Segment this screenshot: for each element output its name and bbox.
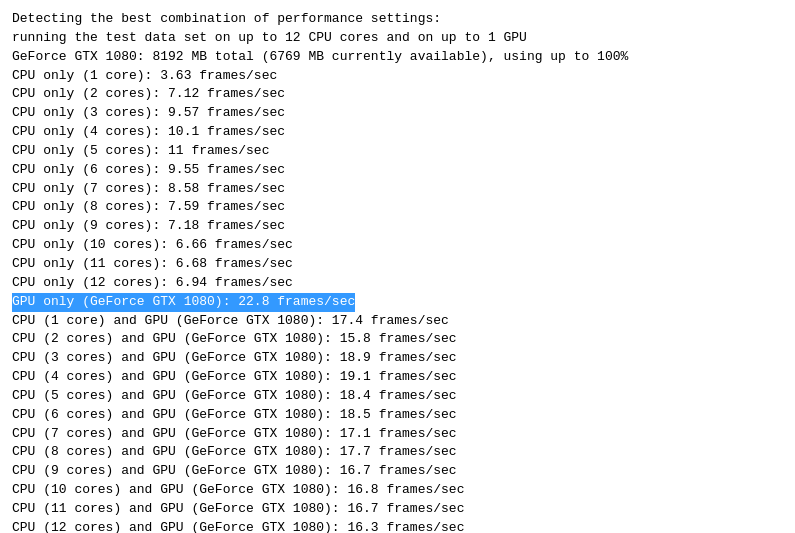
terminal-line: CPU (3 cores) and GPU (GeForce GTX 1080)… bbox=[12, 349, 783, 368]
terminal-line: CPU only (4 cores): 10.1 frames/sec bbox=[12, 123, 783, 142]
terminal-line: CPU (5 cores) and GPU (GeForce GTX 1080)… bbox=[12, 387, 783, 406]
terminal-line: CPU only (1 core): 3.63 frames/sec bbox=[12, 67, 783, 86]
terminal-line: CPU only (6 cores): 9.55 frames/sec bbox=[12, 161, 783, 180]
terminal-line: CPU only (9 cores): 7.18 frames/sec bbox=[12, 217, 783, 236]
terminal-line: CPU only (11 cores): 6.68 frames/sec bbox=[12, 255, 783, 274]
terminal-line: CPU only (12 cores): 6.94 frames/sec bbox=[12, 274, 783, 293]
terminal-line: CPU (2 cores) and GPU (GeForce GTX 1080)… bbox=[12, 330, 783, 349]
terminal-line: CPU (7 cores) and GPU (GeForce GTX 1080)… bbox=[12, 425, 783, 444]
terminal-line: GeForce GTX 1080: 8192 MB total (6769 MB… bbox=[12, 48, 783, 67]
terminal-line: CPU only (10 cores): 6.66 frames/sec bbox=[12, 236, 783, 255]
terminal-line: CPU (1 core) and GPU (GeForce GTX 1080):… bbox=[12, 312, 783, 331]
terminal-line: CPU only (7 cores): 8.58 frames/sec bbox=[12, 180, 783, 199]
terminal-line: Detecting the best combination of perfor… bbox=[12, 10, 783, 29]
terminal-line: CPU (8 cores) and GPU (GeForce GTX 1080)… bbox=[12, 443, 783, 462]
terminal-line: CPU only (3 cores): 9.57 frames/sec bbox=[12, 104, 783, 123]
highlighted-line: GPU only (GeForce GTX 1080): 22.8 frames… bbox=[12, 293, 355, 312]
terminal-line: running the test data set on up to 12 CP… bbox=[12, 29, 783, 48]
terminal-line: CPU only (5 cores): 11 frames/sec bbox=[12, 142, 783, 161]
terminal-line: CPU (6 cores) and GPU (GeForce GTX 1080)… bbox=[12, 406, 783, 425]
terminal-line: CPU (11 cores) and GPU (GeForce GTX 1080… bbox=[12, 500, 783, 519]
terminal-line: CPU only (8 cores): 7.59 frames/sec bbox=[12, 198, 783, 217]
terminal-line: CPU (12 cores) and GPU (GeForce GTX 1080… bbox=[12, 519, 783, 533]
terminal-line: CPU (9 cores) and GPU (GeForce GTX 1080)… bbox=[12, 462, 783, 481]
terminal-line: CPU only (2 cores): 7.12 frames/sec bbox=[12, 85, 783, 104]
terminal-line: CPU (10 cores) and GPU (GeForce GTX 1080… bbox=[12, 481, 783, 500]
terminal-line: CPU (4 cores) and GPU (GeForce GTX 1080)… bbox=[12, 368, 783, 387]
terminal-line: GPU only (GeForce GTX 1080): 22.8 frames… bbox=[12, 293, 783, 312]
terminal-output: Detecting the best combination of perfor… bbox=[12, 10, 783, 533]
